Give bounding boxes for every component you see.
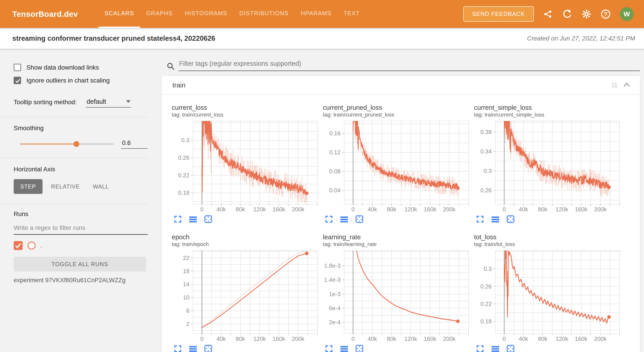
chart-card-current_loss: current_losstag: train/current_loss040k8… <box>172 104 318 223</box>
chevron-up-icon[interactable] <box>624 82 630 88</box>
chevron-down-icon <box>126 100 130 103</box>
expand-chart-icon[interactable] <box>174 345 182 352</box>
chart-actions <box>323 345 470 352</box>
smoothing-slider-handle[interactable] <box>74 141 79 147</box>
svg-text:1e-3: 1e-3 <box>329 291 340 297</box>
svg-text:1.4e-3: 1.4e-3 <box>324 276 340 283</box>
axis-step-button[interactable]: STEP <box>14 179 42 194</box>
svg-text:0: 0 <box>351 336 354 342</box>
axis-relative-button[interactable]: RELATIVE <box>46 183 84 190</box>
svg-text:0.3: 0.3 <box>182 137 190 144</box>
tab-scalars[interactable]: SCALARS <box>98 0 140 28</box>
chart-actions <box>474 345 621 352</box>
tab-distributions[interactable]: DISTRIBUTIONS <box>233 0 295 28</box>
tab-text[interactable]: TEXT <box>338 0 366 28</box>
expand-chart-icon[interactable] <box>476 215 484 223</box>
fit-domain-icon[interactable] <box>355 345 364 352</box>
runs-selector-icon[interactable] <box>491 215 500 223</box>
chart-title: tot_loss <box>474 233 621 241</box>
tag-group-count: 11 <box>611 82 618 89</box>
svg-text:0: 0 <box>502 206 506 213</box>
show-download-links-label: Show data download links <box>26 64 99 71</box>
chart-plot-current_pruned_loss[interactable]: 040k80k120k160k200k0.040.080.120.16 <box>323 119 470 213</box>
svg-text:80k: 80k <box>538 336 548 342</box>
run-checkbox[interactable] <box>14 241 22 250</box>
help-icon[interactable]: ? <box>600 9 611 19</box>
tab-graphs[interactable]: GRAPHS <box>140 0 179 28</box>
tag-group-name: train <box>172 81 186 89</box>
expand-chart-icon[interactable] <box>325 215 333 223</box>
svg-text:0.3: 0.3 <box>484 168 492 174</box>
fit-domain-icon[interactable] <box>355 215 364 223</box>
expand-chart-icon[interactable] <box>476 345 484 352</box>
settings-sidebar: Show data download links Ignore outliers… <box>0 49 162 352</box>
send-feedback-button[interactable]: SEND FEEDBACK <box>463 6 534 22</box>
user-avatar[interactable]: W <box>620 7 634 21</box>
runs-selector-icon[interactable] <box>491 345 500 352</box>
svg-text:18: 18 <box>183 268 190 274</box>
tensorboard-dev-app: TensorBoard.dev SCALARSGRAPHSHISTOGRAMSD… <box>0 0 644 352</box>
fit-domain-icon[interactable] <box>204 215 212 223</box>
runs-selector-icon[interactable] <box>340 215 348 223</box>
show-download-links-checkbox[interactable] <box>14 64 21 71</box>
chart-card-epoch: epochtag: train/epoch040k80k120k160k200k… <box>172 233 318 352</box>
svg-text:10: 10 <box>183 294 190 301</box>
svg-text:200k: 200k <box>594 336 607 342</box>
svg-text:0.12: 0.12 <box>329 149 340 156</box>
tab-hparams[interactable]: HPARAMS <box>295 0 338 28</box>
runs-label: Runs <box>14 210 162 218</box>
refresh-icon[interactable] <box>562 9 572 19</box>
chart-plot-current_loss[interactable]: 040k80k120k160k200k0.180.220.260.3 <box>172 119 318 213</box>
smoothing-value-input[interactable] <box>121 139 148 149</box>
chart-plot-current_simple_loss[interactable]: 040k80k120k160k200k0.260.30.340.38 <box>474 119 621 213</box>
expand-chart-icon[interactable] <box>174 215 182 223</box>
fit-domain-icon[interactable] <box>506 215 515 223</box>
chart-title: epoch <box>172 233 318 241</box>
svg-text:40k: 40k <box>519 206 528 213</box>
fit-domain-icon[interactable] <box>204 345 212 352</box>
chart-tag: tag: train/current_simple_loss <box>474 111 621 118</box>
settings-gear-icon[interactable] <box>581 9 592 19</box>
svg-text:0.26: 0.26 <box>480 283 492 290</box>
tab-histograms[interactable]: HISTOGRAMS <box>179 0 233 28</box>
chart-tag: tag: train/learning_rate <box>323 241 470 248</box>
chart-plot-tot_loss[interactable]: 040k80k120k160k200k0.180.220.260.3 <box>474 249 621 343</box>
svg-text:120k: 120k <box>556 336 568 342</box>
experiment-title-bar: streaming conformer transducer pruned st… <box>0 28 644 49</box>
chart-tag: tag: train/tot_loss <box>474 241 621 248</box>
svg-text:0.22: 0.22 <box>178 172 190 179</box>
axis-wall-button[interactable]: WALL <box>88 183 114 190</box>
svg-text:120k: 120k <box>404 206 417 213</box>
svg-text:0.18: 0.18 <box>480 318 492 325</box>
tooltip-sorting-dropdown[interactable]: default <box>86 98 131 108</box>
ignore-outliers-row: Ignore outliers in chart scaling <box>14 77 162 84</box>
runs-selector-icon[interactable] <box>189 345 197 352</box>
app-header: TensorBoard.dev SCALARSGRAPHSHISTOGRAMSD… <box>0 0 644 28</box>
expand-chart-icon[interactable] <box>325 345 333 352</box>
fit-domain-icon[interactable] <box>506 345 515 352</box>
svg-text:40k: 40k <box>368 206 377 213</box>
svg-text:120k: 120k <box>253 206 266 213</box>
chart-card-learning_rate: learning_ratetag: train/learning_rate040… <box>323 233 470 352</box>
runs-selector-icon[interactable] <box>189 215 197 223</box>
runs-selector-icon[interactable] <box>340 345 348 352</box>
ignore-outliers-checkbox[interactable] <box>14 77 21 84</box>
svg-text:200k: 200k <box>443 336 456 342</box>
svg-text:160k: 160k <box>424 206 436 213</box>
runs-regex-input[interactable] <box>14 224 148 235</box>
share-icon[interactable] <box>543 9 553 19</box>
chart-actions <box>323 215 470 223</box>
tag-group-header[interactable]: train 11 <box>162 76 640 95</box>
smoothing-slider[interactable] <box>20 144 114 145</box>
svg-text:120k: 120k <box>253 336 266 342</box>
chart-plot-learning_rate[interactable]: 040k80k120k160k200k2e-46e-41e-31.4e-31.8… <box>323 249 470 343</box>
nav-tabs: SCALARSGRAPHSHISTOGRAMSDISTRIBUTIONSHPAR… <box>98 0 366 28</box>
filter-tags-input[interactable] <box>179 60 640 71</box>
svg-text:80k: 80k <box>236 206 246 213</box>
chart-actions <box>474 215 621 223</box>
svg-text:?: ? <box>604 11 608 17</box>
chart-plot-epoch[interactable]: 040k80k120k160k200k2610141822 <box>172 249 318 343</box>
toggle-all-runs-button[interactable]: TOGGLE ALL RUNS <box>14 257 146 272</box>
ignore-outliers-label: Ignore outliers in chart scaling <box>26 77 110 84</box>
chart-title: learning_rate <box>323 233 470 241</box>
